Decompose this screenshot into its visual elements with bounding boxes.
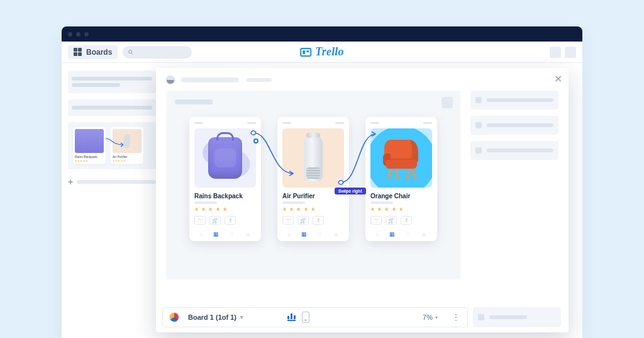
cart-button[interactable]: 🛒	[386, 216, 397, 225]
boards-label: Boards	[86, 48, 112, 57]
user-icon[interactable]: ☺	[421, 231, 426, 237]
board-selector[interactable]: Board 1 (1of 1) ▾	[188, 313, 243, 321]
canvas-title-placeholder	[175, 99, 213, 104]
overview-view-button[interactable]	[287, 313, 296, 321]
product-hero	[282, 128, 344, 188]
trello-wordmark: Trello	[315, 45, 344, 59]
cart-icon: 🛒	[212, 218, 218, 223]
product-actions: ♡ 🛒 ⇪	[370, 216, 432, 225]
app-header: Boards Trello	[62, 42, 582, 63]
search-input[interactable]	[123, 46, 192, 59]
product-actions: ♡ 🛒 ⇪	[282, 216, 344, 225]
list-placeholder	[68, 70, 156, 93]
placeholder-line	[489, 315, 527, 319]
star-rating-icon: ★ ★ ★ ★ ★	[370, 206, 432, 212]
add-list-button[interactable]: +	[68, 177, 156, 187]
cart-button[interactable]: 🛒	[297, 216, 309, 225]
phone-statusbar-icon	[194, 122, 256, 126]
more-button[interactable]: ⋮	[452, 312, 461, 322]
swipe-right-chip: Swipe right	[335, 188, 366, 194]
phone-mockup[interactable]: Orange Chair ★ ★ ★ ★ ★ ♡ 🛒 ⇪ ⌂ ▦	[365, 117, 437, 241]
product-title: Orange Chair	[370, 193, 432, 200]
boards-button[interactable]: Boards	[68, 45, 118, 59]
mini-flow-card[interactable]: Rains Backpack ★★★★★ Air Purifier ★★★★★	[68, 122, 156, 169]
action-icon	[478, 314, 484, 320]
mini-card-title: Rains Backpack	[75, 155, 104, 159]
home-icon[interactable]: ⌂	[287, 231, 291, 237]
zoom-value: 7%	[423, 313, 433, 321]
phone-statusbar-icon	[370, 122, 432, 126]
phone-statusbar-icon	[282, 122, 344, 126]
star-rating-icon: ★ ★ ★ ★ ★	[282, 206, 344, 212]
share-icon: ⇪	[316, 218, 321, 223]
star-rating-icon: ★ ★ ★ ★ ★	[194, 206, 256, 212]
svg-line-1	[132, 53, 134, 55]
header-action-button[interactable]	[565, 47, 576, 58]
share-button[interactable]: ⇪	[313, 216, 324, 225]
placeholder-line	[487, 98, 553, 102]
product-actions: ♡ 🛒 ⇪	[194, 216, 256, 225]
subtitle-placeholder	[194, 201, 217, 204]
grid-icon[interactable]: ▦	[301, 231, 307, 237]
heart-icon[interactable]: ♡	[230, 231, 235, 237]
cart-icon: 🛒	[300, 218, 306, 223]
share-button[interactable]: ⇪	[225, 216, 236, 225]
chevron-down-icon: ▾	[240, 314, 243, 320]
share-button[interactable]: ⇪	[401, 216, 412, 225]
favorite-button[interactable]: ♡	[194, 216, 206, 225]
phone-mockup[interactable]: Rains Backpack ★ ★ ★ ★ ★ ♡ 🛒 ⇪ ⌂ ▦	[189, 117, 261, 241]
subtitle-placeholder	[370, 201, 393, 204]
header-action-button[interactable]	[550, 47, 561, 58]
app-avatar-icon	[166, 76, 175, 84]
grid-icon[interactable]: ▦	[213, 231, 219, 237]
home-icon[interactable]: ⌂	[375, 231, 379, 237]
subtitle-placeholder	[247, 78, 272, 82]
prototype-canvas[interactable]: Rains Backpack ★ ★ ★ ★ ★ ♡ 🛒 ⇪ ⌂ ▦	[166, 91, 460, 279]
heart-icon[interactable]: ♡	[406, 231, 411, 237]
canvas-footer: Board 1 (1of 1) ▾ 7% ▾ ⋮	[162, 307, 468, 327]
backpack-icon	[208, 137, 242, 179]
mini-phone-card: Rains Backpack ★★★★★	[73, 127, 106, 164]
air-purifier-icon	[304, 135, 323, 181]
window-dot	[76, 32, 80, 37]
board-selector-label: Board 1 (1of 1)	[188, 313, 236, 321]
modal-right-actions	[470, 91, 558, 279]
header-actions	[550, 47, 576, 58]
home-icon[interactable]: ⌂	[199, 231, 203, 237]
card-modal: ✕	[156, 68, 569, 332]
action-item[interactable]	[470, 141, 558, 160]
browser-window: Boards Trello R	[62, 26, 582, 338]
phone-mockup[interactable]: Air Purifier ★ ★ ★ ★ ★ ♡ 🛒 ⇪ ⌂ ▦	[277, 117, 349, 241]
canvas-tool-button[interactable]	[441, 97, 453, 108]
user-icon[interactable]: ☺	[245, 231, 250, 237]
window-titlebar	[62, 26, 582, 42]
window-dot	[84, 32, 89, 37]
user-avatar-icon	[169, 312, 179, 322]
window-dot	[68, 32, 72, 37]
device-view-button[interactable]	[302, 312, 309, 323]
close-button[interactable]: ✕	[554, 73, 562, 85]
heart-icon[interactable]: ♡	[318, 231, 323, 237]
zoom-control[interactable]: 7% ▾	[423, 313, 438, 321]
plus-icon: +	[68, 177, 73, 187]
action-item[interactable]	[473, 307, 561, 327]
cart-button[interactable]: 🛒	[209, 216, 221, 225]
close-icon: ✕	[554, 74, 562, 84]
action-item[interactable]	[470, 91, 558, 110]
search-icon	[128, 49, 134, 55]
list-placeholder	[68, 99, 156, 116]
favorite-button[interactable]: ♡	[282, 216, 294, 225]
grid-icon[interactable]: ▦	[389, 231, 395, 237]
user-icon[interactable]: ☺	[333, 231, 338, 237]
favorite-button[interactable]: ♡	[370, 216, 382, 225]
orange-chair-icon	[379, 136, 423, 180]
star-rating-icon: ★★★★★	[113, 159, 142, 162]
board-left-column: Rains Backpack ★★★★★ Air Purifier ★★★★★	[68, 70, 156, 187]
modal-body: Rains Backpack ★ ★ ★ ★ ★ ♡ 🛒 ⇪ ⌂ ▦	[166, 91, 558, 279]
action-item[interactable]	[470, 116, 558, 135]
backpack-thumb-icon	[75, 129, 104, 153]
action-icon	[475, 97, 482, 103]
phone-row: Rains Backpack ★ ★ ★ ★ ★ ♡ 🛒 ⇪ ⌂ ▦	[175, 117, 452, 241]
subtitle-placeholder	[282, 201, 305, 204]
heart-icon: ♡	[374, 218, 379, 223]
